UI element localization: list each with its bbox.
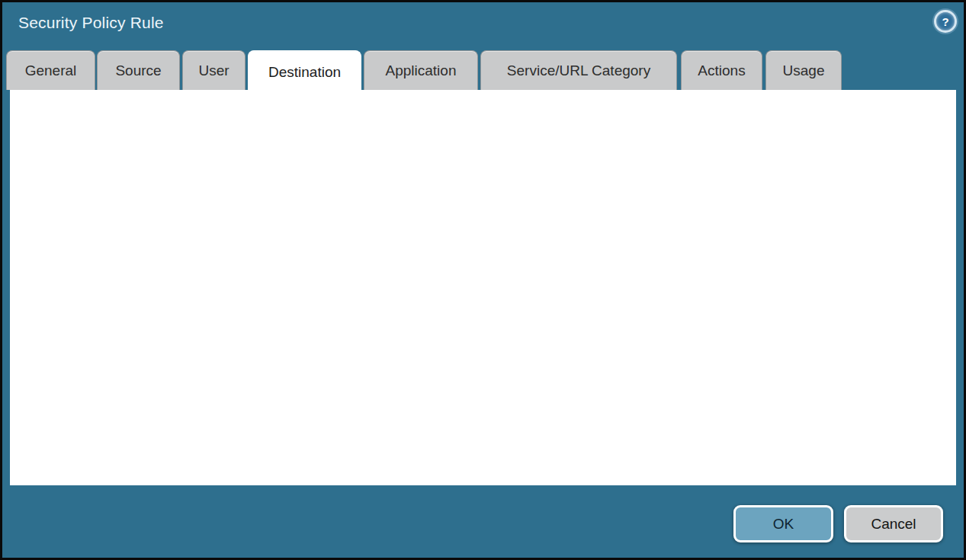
tab-destination[interactable]: Destination	[248, 50, 361, 94]
tab-usage[interactable]: Usage	[765, 50, 842, 90]
dialog-title: Security Policy Rule	[18, 14, 164, 32]
tab-application[interactable]: Application	[364, 50, 478, 90]
tab-service-url-category[interactable]: Service/URL Category	[480, 50, 677, 90]
help-icon[interactable]: ?	[934, 10, 957, 33]
ok-button[interactable]: OK	[733, 505, 833, 542]
tab-actions[interactable]: Actions	[681, 50, 762, 90]
cancel-button[interactable]: Cancel	[844, 505, 943, 542]
tab-general[interactable]: General	[6, 50, 95, 90]
security-policy-rule-dialog: Security Policy Rule ? General Source Us…	[2, 2, 964, 558]
tab-content-area	[10, 90, 956, 485]
tab-source[interactable]: Source	[97, 50, 180, 90]
tab-user[interactable]: User	[182, 50, 246, 90]
